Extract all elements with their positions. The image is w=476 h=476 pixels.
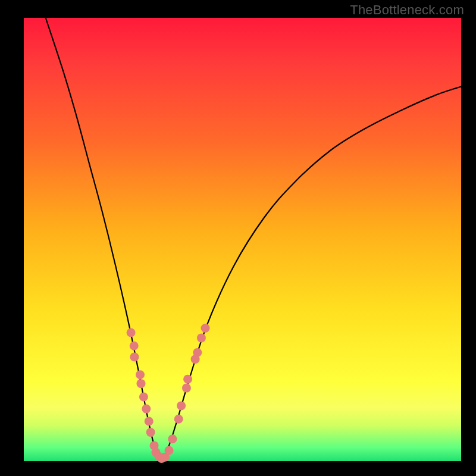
highlight-dot [165, 446, 174, 455]
highlight-dot [136, 379, 145, 388]
highlight-dot [177, 401, 186, 410]
highlight-dot [168, 434, 177, 443]
highlight-dot [145, 416, 154, 425]
highlight-dot [146, 428, 155, 437]
highlight-dot [193, 348, 202, 357]
highlight-dot [182, 384, 191, 393]
highlight-dot [136, 370, 145, 379]
highlight-dot [183, 375, 192, 384]
highlight-dot [197, 333, 206, 342]
highlight-dot [127, 328, 136, 337]
highlight-dot [130, 352, 139, 361]
highlight-dot [174, 415, 183, 424]
highlight-dot [130, 342, 139, 350]
highlight-dot [142, 405, 151, 414]
highlight-dot [201, 324, 210, 333]
bottleneck-curve [46, 18, 461, 459]
chart-frame: TheBottleneck.com [0, 0, 476, 476]
chart-overlay-svg [0, 0, 476, 476]
highlight-dot [139, 392, 148, 401]
